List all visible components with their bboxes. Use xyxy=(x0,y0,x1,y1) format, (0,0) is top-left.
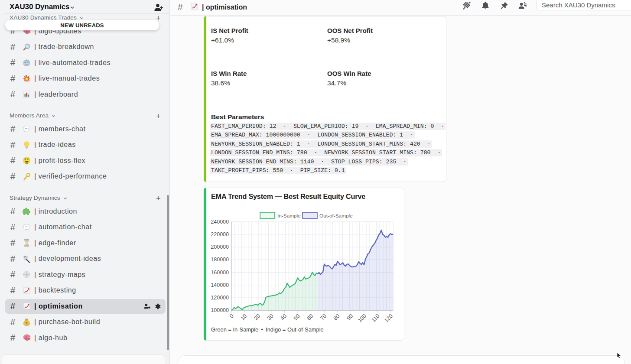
svg-text:110: 110 xyxy=(370,313,381,323)
svg-text:50: 50 xyxy=(293,313,301,322)
svg-text:200000: 200000 xyxy=(211,244,229,250)
svg-text:100000: 100000 xyxy=(211,307,229,313)
svg-text:Out-of-Sample: Out-of-Sample xyxy=(319,213,353,219)
svg-text:70: 70 xyxy=(319,313,328,322)
svg-text:120: 120 xyxy=(383,313,394,324)
svg-text:80: 80 xyxy=(332,313,341,322)
svg-text:40: 40 xyxy=(279,313,288,322)
svg-text:140000: 140000 xyxy=(211,282,229,288)
svg-text:100: 100 xyxy=(357,313,368,324)
svg-text:220000: 220000 xyxy=(211,231,229,237)
svg-text:In-Sample: In-Sample xyxy=(277,213,301,219)
svg-text:20: 20 xyxy=(253,313,261,322)
svg-text:0: 0 xyxy=(228,313,235,319)
svg-text:160000: 160000 xyxy=(211,270,229,276)
svg-text:90: 90 xyxy=(345,313,354,322)
svg-text:120000: 120000 xyxy=(211,295,229,301)
svg-text:10: 10 xyxy=(240,313,248,322)
svg-text:240000: 240000 xyxy=(211,219,229,225)
svg-text:180000: 180000 xyxy=(211,257,229,263)
svg-text:30: 30 xyxy=(266,313,275,322)
svg-text:60: 60 xyxy=(306,313,315,322)
